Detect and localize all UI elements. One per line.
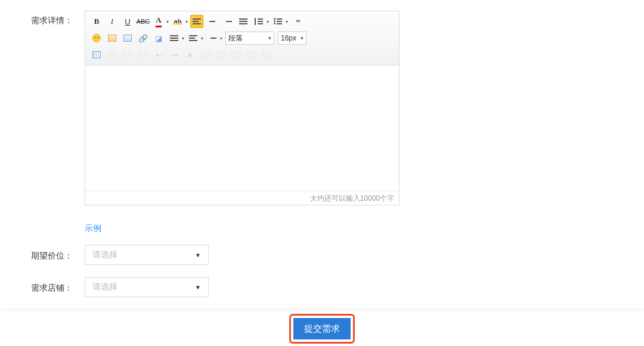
insert-col-after-button: ⇥: [168, 48, 181, 61]
align-right-button[interactable]: [221, 15, 234, 28]
underline-button[interactable]: U: [121, 15, 134, 28]
font-size-select[interactable]: 16px▾: [278, 32, 306, 45]
price-placeholder: 请选择: [92, 250, 117, 260]
align-left-button[interactable]: [190, 15, 203, 28]
delete-col-button: ✕: [183, 48, 196, 61]
eraser-button[interactable]: ◪: [152, 32, 165, 45]
bold-button[interactable]: B: [90, 15, 103, 28]
insert-image-button[interactable]: [106, 32, 119, 45]
footer-bar: 提交需求: [0, 310, 644, 346]
table-props-button: [230, 48, 243, 61]
shop-select[interactable]: 请选择 ▼: [85, 277, 209, 297]
ordered-list-button[interactable]: ▾: [252, 15, 265, 28]
insert-row-button: [121, 48, 134, 61]
indent-button[interactable]: ▾: [187, 32, 200, 45]
detail-label: 需求详情：: [0, 11, 85, 26]
editor-content-area[interactable]: [85, 66, 399, 191]
submit-button[interactable]: 提交需求: [293, 318, 351, 339]
shop-label: 需求店铺：: [0, 277, 85, 294]
example-link[interactable]: 示例: [85, 223, 101, 234]
blockquote-button[interactable]: [290, 15, 304, 28]
insert-col-before-button: ⇤: [152, 48, 165, 61]
insert-link-button[interactable]: 🔗: [137, 32, 150, 45]
strikethrough-button[interactable]: ABC: [137, 15, 150, 28]
delete-table-button: [106, 48, 119, 61]
caret-down-icon: ▼: [195, 252, 201, 258]
italic-button[interactable]: I: [106, 15, 119, 28]
line-height-button[interactable]: ▾: [168, 32, 181, 45]
align-justify-button[interactable]: [237, 15, 250, 28]
delete-row-button: [137, 48, 150, 61]
split-cells-button: [214, 48, 227, 61]
format-select[interactable]: 段落▾: [225, 32, 274, 45]
unordered-list-button[interactable]: ▾: [271, 15, 284, 28]
align-center-button[interactable]: [206, 15, 219, 28]
editor-toolbar: B I U ABC A▾ ab▾ ▾ ▾: [85, 11, 399, 66]
cell-align-button: [245, 48, 258, 61]
insert-video-button[interactable]: [121, 32, 134, 45]
shop-placeholder: 请选择: [92, 282, 117, 292]
merge-cells-button: [199, 48, 212, 61]
backcolor-button[interactable]: ab▾: [171, 15, 184, 28]
price-select[interactable]: 请选择 ▼: [85, 245, 209, 265]
insert-table-button[interactable]: [90, 48, 103, 61]
submit-highlight-frame: 提交需求: [289, 314, 355, 344]
rich-text-editor: B I U ABC A▾ ab▾ ▾ ▾: [85, 11, 400, 205]
cell-border-button: [261, 48, 274, 61]
outdent-button[interactable]: ▾: [206, 32, 219, 45]
forecolor-button[interactable]: A▾: [152, 15, 165, 28]
emoji-button[interactable]: [90, 32, 103, 45]
char-counter: 大约还可以输入10000个字: [85, 191, 399, 205]
price-label: 期望价位：: [0, 245, 85, 261]
caret-down-icon: ▼: [195, 284, 201, 291]
